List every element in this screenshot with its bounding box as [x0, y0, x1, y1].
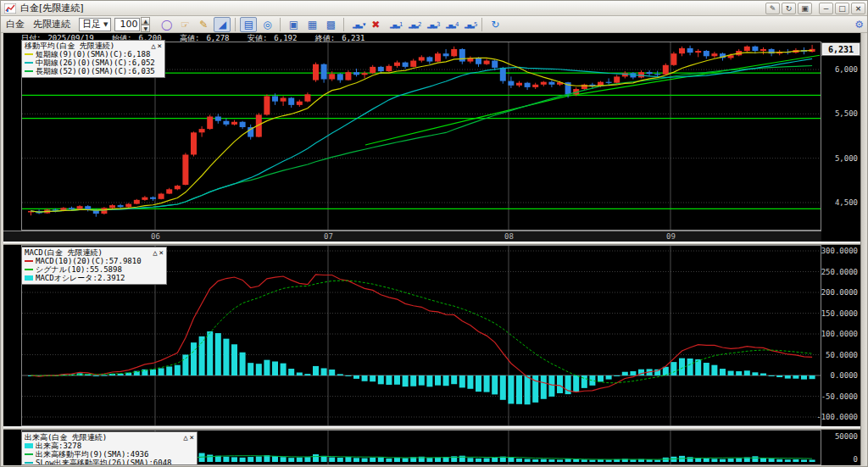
spin-up-icon[interactable]: ▲: [141, 17, 150, 25]
macd-axis-tick: -100.0000: [816, 413, 858, 421]
window-resize-edge[interactable]: [860, 33, 867, 465]
macd-axis-tick: 250.0000: [821, 268, 858, 276]
macd-axis-tick: 300.0000: [821, 247, 858, 255]
volume-axis-tick: 0: [854, 455, 858, 464]
hand-tool-icon[interactable]: ☞: [176, 17, 193, 32]
legend-item: 長期線(52)(0)(SMA)(C):6,035: [25, 67, 162, 75]
chart-client-area: 日付:2025/09/19 始値:6,200 高値:6,278 安値:6,192…: [3, 33, 862, 465]
chart-layout-2-icon[interactable]: ▂▅▃2: [404, 17, 421, 32]
x-axis-tick: 09: [666, 232, 676, 241]
legend-collapse-icon[interactable]: △: [151, 42, 155, 50]
current-price-tag: 6,231: [822, 43, 860, 55]
chart-layout-5-icon[interactable]: ▂▅▃5: [460, 17, 477, 32]
chart-layout-1-icon[interactable]: ▂▅▃1: [386, 17, 403, 32]
grid-2x2-icon[interactable]: ▦: [303, 17, 320, 32]
price-axis-tick: 4,500: [835, 198, 858, 207]
x-axis-tick: 07: [324, 232, 333, 241]
value-axis-column: 6,0005,5005,0004,5006,231300.0000250.000…: [821, 33, 860, 465]
grid-3x3-icon[interactable]: ▩: [322, 17, 339, 32]
price-axis-tick: 5,000: [835, 154, 858, 163]
app-icon: [4, 3, 16, 14]
legend-collapse-icon[interactable]: △: [183, 433, 187, 442]
chart-type-icon[interactable]: ▂▅▃▾: [348, 17, 365, 32]
legend-item: 出来高移動平均(9)(SMA):4936: [25, 450, 194, 459]
price-axis-tick: 5,500: [835, 109, 858, 118]
pencil-icon[interactable]: ✎: [195, 17, 212, 32]
trendline-tool-icon[interactable]: ◢: [214, 17, 231, 32]
remove-indicator-icon[interactable]: ✖: [367, 17, 384, 32]
title-bar[interactable]: 白金[先限連続] ✎ ↻ ▣ − □ ×: [1, 1, 868, 16]
macd-axis-tick: 100.0000: [821, 330, 858, 338]
refresh-icon[interactable]: ↻: [782, 3, 796, 14]
wrench-settings-icon[interactable]: ⚙: [854, 19, 864, 31]
legend-item: 中期線(26)(0)(SMA)(C):6,052: [25, 58, 162, 67]
symbol-label: 白金: [6, 18, 25, 31]
annotate-icon[interactable]: ✎: [765, 3, 780, 14]
chevron-down-icon: ▼: [103, 19, 108, 31]
x-axis-tick: 08: [504, 232, 514, 241]
legend-item: 出来高:3278: [25, 442, 194, 450]
bar-count-spinner[interactable]: 100 ▲ ▼: [114, 17, 150, 32]
legend-item: MACD(10)(20)(C):57.9810: [25, 257, 164, 265]
chart-window: 白金[先限連続] ✎ ↻ ▣ − □ × 白金 先限連続 日足 ▼ 100 ▲ …: [0, 0, 868, 467]
macd-axis-tick: -50.0000: [821, 392, 858, 401]
macd-axis-tick: 0.0000: [830, 371, 858, 380]
window-title: 白金[先限連続]: [20, 2, 84, 14]
macd-axis-tick: 200.0000: [821, 288, 858, 297]
sma-legend-title: 移動平均(白金 先限連続): [25, 42, 114, 50]
bar-count-input[interactable]: 100: [114, 18, 140, 31]
chart-layout-3-icon[interactable]: ▂▅▃3: [423, 17, 440, 32]
macd-legend: MACD(白金 先限連続) △× MACD(10)(20)(C):57.9810…: [21, 247, 167, 285]
volume-legend-title: 出来高(白金 先限連続): [25, 433, 107, 442]
macd-axis-tick: 150.0000: [821, 309, 858, 318]
legend-close-icon[interactable]: ×: [190, 433, 194, 442]
legend-item: 短期線(9)(0)(SMA)(C):6,188: [25, 50, 162, 58]
legend-collapse-icon[interactable]: △: [153, 248, 157, 257]
legend-item: SLow出来高移動平均(26)(SMA):6048: [25, 459, 194, 465]
macd-legend-title: MACD(白金 先限連続): [25, 248, 103, 257]
volume-legend: 出来高(白金 先限連続) △× 出来高:3278 出来高移動平均(9)(SMA)…: [21, 431, 198, 465]
x-axis-tick: 06: [151, 232, 160, 241]
legend-item: シグナル(10):55.5898: [25, 265, 164, 274]
minimize-button[interactable]: −: [819, 3, 833, 14]
maximize-button[interactable]: □: [835, 3, 849, 14]
sma-legend: 移動平均(白金 先限連続) △× 短期線(9)(0)(SMA)(C):6,188…: [21, 40, 165, 78]
timeframe-dropdown[interactable]: 日足 ▼: [79, 18, 111, 31]
legend-close-icon[interactable]: ×: [159, 248, 164, 257]
contract-label: 先限連続: [33, 18, 70, 31]
float-window-icon[interactable]: ▣: [798, 3, 812, 14]
select-lasso-icon[interactable]: ◯: [158, 17, 175, 32]
globe-icon[interactable]: ◎: [259, 17, 275, 32]
legend-close-icon[interactable]: ×: [158, 42, 162, 50]
close-button[interactable]: ×: [851, 3, 865, 14]
reset-zoom-icon[interactable]: ↻: [487, 17, 504, 32]
legend-item: MACDオシレータ:2.3912: [25, 274, 164, 282]
spin-down-icon[interactable]: ▼: [141, 25, 150, 32]
toolbar: 白金 先限連続 日足 ▼ 100 ▲ ▼ ◯☞✎◢▤◎▣▦▩▂▅▃▾✖▂▅▃1▂…: [1, 16, 868, 33]
new-window-icon[interactable]: ▣: [285, 17, 302, 32]
x-axis: 06070809: [3, 231, 821, 242]
volume-axis-tick: 50000: [835, 432, 858, 441]
price-axis-tick: 6,000: [835, 65, 858, 74]
chart-settings-icon[interactable]: ▤: [240, 17, 257, 32]
macd-axis-tick: 50.0000: [826, 351, 858, 359]
chart-layout-4-icon[interactable]: ▂▅▃4: [442, 17, 459, 32]
